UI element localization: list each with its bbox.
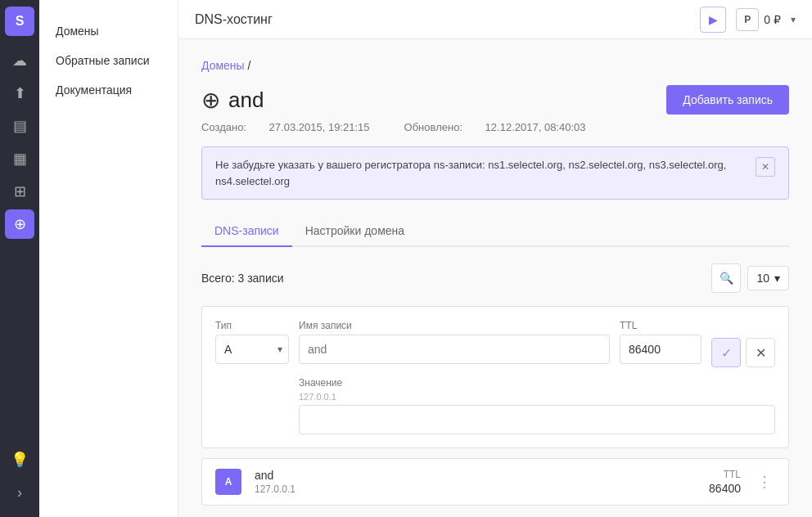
icon-bar: S ☁ ⬆ ▤ ▦ ⊞ ⊕ 💡 › [0,0,39,517]
content-area: Домены / ⊕ and Добавить запись Создано: … [178,39,812,517]
form-col-ttl: TTL [620,320,701,364]
sidebar-item-domains[interactable]: Домены [39,16,178,46]
header-balance: Р 0 ₽ [736,8,781,31]
record-name: and [255,469,662,482]
icon-bar-server[interactable]: ▤ [5,111,34,141]
record-row: A and 127.0.0.1 TTL 86400 ⋮ [201,458,789,506]
type-select[interactable]: A AAAA CNAME MX TXT [215,335,289,364]
icon-bar-bulb[interactable]: 💡 [5,445,34,474]
per-page-value: 10 [756,272,769,285]
records-toolbar: Всего: 3 записи 🔍 10 ▾ [201,263,789,293]
info-banner-close-button[interactable]: ✕ [756,157,775,177]
per-page-select[interactable]: 10 ▾ [747,266,789,290]
type-label: Тип [215,320,289,331]
icon-bar-table[interactable]: ▦ [5,144,34,173]
record-ttl-section: TTL 86400 [675,469,741,495]
ttl-label: TTL [620,320,701,331]
record-ttl-label: TTL [675,469,741,480]
icon-bar-globe[interactable]: ⊕ [5,209,34,239]
balance-icon: Р [736,8,759,31]
form-col-type: Тип A AAAA CNAME MX TXT [215,320,289,364]
value-sub: 127.0.0.1 [299,392,775,402]
search-button[interactable]: 🔍 [711,263,741,293]
domain-globe-icon: ⊕ [201,87,220,114]
main-wrapper: DNS-хостинг ▶ Р 0 ₽ ▾ Домены / ⊕ and Доб… [178,0,812,517]
sidebar-item-reverse[interactable]: Обратные записи [39,46,178,75]
tab-dns-records[interactable]: DNS-записи [201,216,292,247]
icon-bar-cloud[interactable]: ☁ [5,46,34,75]
icon-bar-chevron[interactable]: › [5,478,34,507]
record-form: Тип A AAAA CNAME MX TXT Имя записи [201,306,789,448]
info-banner-text: Не забудьте указать у вашего регистратор… [215,157,746,189]
tab-domain-settings[interactable]: Настройки домена [292,216,417,247]
updated-date: 12.12.2017, 08:40:03 [485,121,586,133]
sidebar: Домены Обратные записи Документация [39,0,178,517]
icon-bar-upload[interactable]: ⬆ [5,79,34,108]
value-section: Значение 127.0.0.1 [299,377,775,434]
header-title: DNS-хостинг [195,12,690,27]
domain-header: ⊕ and Добавить запись [201,85,789,115]
domain-name: and [228,88,264,113]
breadcrumb-separator: / [248,59,251,72]
record-actions-menu[interactable]: ⋮ [754,470,775,494]
domain-title-wrapper: ⊕ and [201,87,264,114]
record-type-badge: A [215,469,241,495]
balance-amount: 0 ₽ [764,13,781,26]
updated-label: Обновлено: [404,121,462,133]
form-col-name: Имя записи [299,320,610,364]
created-label: Создано: [201,121,246,133]
form-row-top: Тип A AAAA CNAME MX TXT Имя записи [215,320,775,367]
play-button[interactable]: ▶ [700,7,726,33]
sidebar-item-docs[interactable]: Документация [39,75,178,105]
type-select-wrapper: A AAAA CNAME MX TXT [215,335,289,364]
value-input[interactable] [299,405,775,434]
tabs: DNS-записи Настройки домена [201,216,789,247]
record-info: and 127.0.0.1 [255,469,662,495]
record-ttl-value: 86400 [675,482,741,495]
value-label: Значение [299,377,775,389]
per-page-chevron-icon: ▾ [774,272,780,285]
form-row-bottom: Значение 127.0.0.1 [215,377,775,434]
records-count: Всего: 3 записи [201,272,284,285]
domain-meta: Создано: 27.03.2015, 19:21:15 Обновлено:… [201,121,789,133]
icon-bar-network[interactable]: ⊞ [5,177,34,206]
name-label: Имя записи [299,320,610,331]
header: DNS-хостинг ▶ Р 0 ₽ ▾ [178,0,812,39]
breadcrumb-domains-link[interactable]: Домены [201,59,245,72]
cancel-button[interactable]: ✕ [746,338,775,367]
confirm-button[interactable]: ✓ [711,338,741,367]
info-banner: Не забудьте указать у вашего регистратор… [201,146,789,200]
breadcrumb: Домены / [201,59,789,72]
ttl-input[interactable] [620,335,701,364]
header-chevron-icon[interactable]: ▾ [791,14,796,25]
logo[interactable]: S [5,7,34,36]
form-col-actions: ✓ ✕ [711,320,775,367]
add-record-button[interactable]: Добавить запись [666,85,789,115]
created-date: 27.03.2015, 19:21:15 [269,121,370,133]
name-input[interactable] [299,335,610,364]
toolbar-right: 🔍 10 ▾ [711,263,789,293]
record-value: 127.0.0.1 [255,483,662,495]
